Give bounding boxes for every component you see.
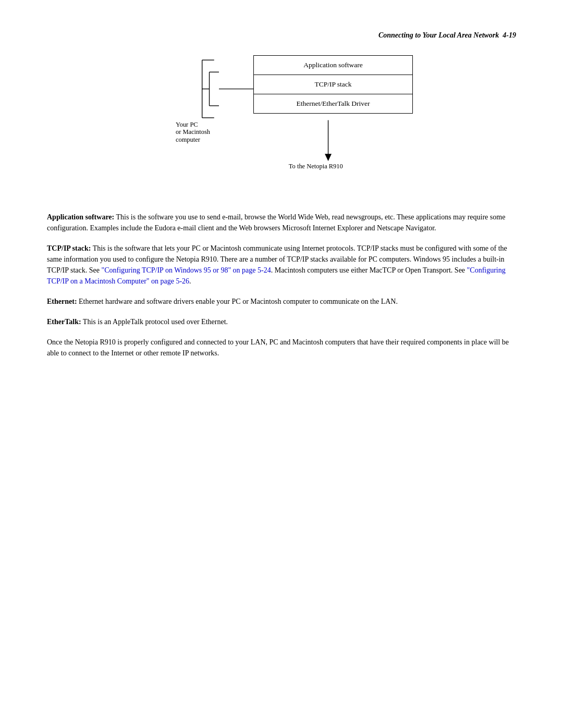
text-tcpip-2: . Macintosh computers use either MacTCP … [271,266,467,274]
tcpip-label: TCP/IP stack [314,80,351,88]
term-tcpip: TCP/IP stack: [47,244,91,252]
ethernet-label: Ethernet/EtherTalk Driver [296,100,370,107]
page-header: Connecting to Your Local Area Network 4-… [47,31,516,40]
svg-text:Your PC: Your PC [176,121,198,128]
paragraph-once: Once the Netopia R910 is properly config… [47,337,516,359]
header-text: Connecting to Your Local Area Network 4-… [378,31,516,40]
diagram-container: To the Netopia R910 Your PC or Macintosh… [47,55,516,191]
paragraph-ethertalk: EtherTalk: This is an AppleTalk protocol… [47,316,516,327]
box-tcpip: TCP/IP stack [254,75,412,94]
svg-marker-9 [325,154,332,161]
text-once: Once the Netopia R910 is properly config… [47,338,509,357]
box-ethernet: Ethernet/EtherTalk Driver [254,94,412,113]
diagram-inner: To the Netopia R910 Your PC or Macintosh… [151,55,412,180]
paragraph-ethernet: Ethernet: Ethernet hardware and software… [47,296,516,307]
svg-text:or Macintosh: or Macintosh [176,128,211,135]
header-title: Connecting to Your Local Area Network [378,31,499,39]
svg-text:computer: computer [176,136,201,143]
link-tcpip-windows[interactable]: "Configuring TCP/IP on Windows 95 or 98"… [101,266,271,274]
text-tcpip-3: . [189,277,191,285]
term-ethernet: Ethernet: [47,298,77,305]
text-app-software: This is the software you use to send e-m… [47,213,505,232]
svg-text:To the Netopia R910: To the Netopia R910 [289,163,343,170]
paragraph-tcpip: TCP/IP stack: This is the software that … [47,243,516,287]
term-app-software: Application software: [47,213,114,221]
paragraph-app-software: Application software: This is the softwa… [47,212,516,233]
stack-boxes: Application software TCP/IP stack Ethern… [253,55,413,114]
term-ethertalk: EtherTalk: [47,318,81,326]
box-app-software: Application software [254,56,412,75]
text-ethertalk: This is an AppleTalk protocol used over … [81,318,228,326]
text-ethernet: Ethernet hardware and software drivers e… [77,298,398,305]
app-software-label: Application software [303,61,363,69]
header-page: 4-19 [503,31,516,39]
